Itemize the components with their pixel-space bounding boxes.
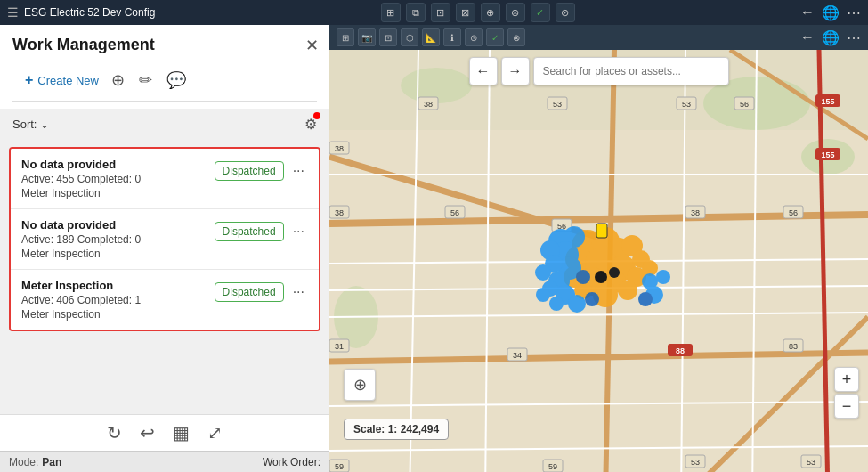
svg-point-87 bbox=[576, 270, 590, 284]
svg-point-91 bbox=[585, 292, 599, 306]
close-button[interactable]: ✕ bbox=[305, 36, 319, 55]
left-panel: Work Management ✕ + Create New ⊕ ✏ 💬 Sor… bbox=[0, 25, 329, 472]
map-tool-3[interactable]: ⊡ bbox=[431, 3, 450, 22]
map-circle-icon[interactable]: ⊙ bbox=[465, 28, 483, 46]
map-more-icon[interactable]: ⋯ bbox=[847, 29, 861, 46]
map-select-icon[interactable]: ⊡ bbox=[379, 28, 397, 46]
svg-point-78 bbox=[618, 281, 637, 300]
work-item-subtitle: Active: 406 Completed: 1 bbox=[21, 294, 207, 306]
filter-icon[interactable]: ⚙ bbox=[304, 116, 317, 133]
plus-icon: + bbox=[25, 72, 33, 88]
map-camera-icon[interactable]: 📷 bbox=[358, 28, 376, 46]
location-button[interactable]: ⊕ bbox=[344, 369, 376, 401]
sort-text: Sort: bbox=[12, 118, 37, 131]
work-item-actions: Dispatched ··· bbox=[215, 282, 308, 302]
map-back-icon[interactable]: ← bbox=[800, 29, 815, 45]
svg-text:38: 38 bbox=[424, 100, 433, 109]
calendar-icon[interactable]: ▦ bbox=[173, 422, 190, 444]
map-info-icon[interactable]: ℹ bbox=[443, 28, 461, 46]
more-options-button[interactable]: ··· bbox=[289, 161, 308, 181]
work-item[interactable]: Meter Inspection Active: 406 Completed: … bbox=[11, 270, 319, 330]
panel-header: Work Management ✕ + Create New ⊕ ✏ 💬 bbox=[0, 25, 329, 109]
main-content: Work Management ✕ + Create New ⊕ ✏ 💬 Sor… bbox=[0, 25, 868, 472]
svg-text:56: 56 bbox=[789, 208, 798, 217]
svg-text:83: 83 bbox=[789, 342, 798, 351]
app-title: ESG Electric 52 Dev Config bbox=[24, 6, 155, 19]
svg-text:53: 53 bbox=[691, 458, 700, 467]
create-new-label: Create New bbox=[37, 74, 99, 87]
map-tool-1[interactable]: ⊞ bbox=[381, 3, 401, 22]
zoom-in-button[interactable]: + bbox=[834, 367, 859, 392]
more-options-button[interactable]: ··· bbox=[289, 222, 308, 241]
work-order-label: Work Order: bbox=[263, 456, 320, 468]
svg-text:155: 155 bbox=[821, 97, 834, 106]
create-new-button[interactable]: + Create New bbox=[25, 72, 99, 88]
work-item[interactable]: No data provided Active: 189 Completed: … bbox=[11, 209, 319, 270]
dispatched-badge[interactable]: Dispatched bbox=[215, 222, 284, 241]
undo-icon[interactable]: ↩ bbox=[140, 422, 155, 444]
svg-point-86 bbox=[535, 264, 551, 281]
chevron-down-icon: ⌄ bbox=[40, 118, 49, 131]
edit-icon[interactable]: ✏ bbox=[137, 69, 154, 92]
work-item-type: Meter Inspection bbox=[21, 248, 207, 260]
panel-title: Work Management bbox=[12, 36, 317, 54]
map-search-bar: ← → bbox=[469, 57, 729, 85]
svg-text:53: 53 bbox=[682, 100, 691, 109]
zoom-out-button[interactable]: − bbox=[834, 394, 859, 419]
map-toolbar-left: ⊞ 📷 ⊡ ⬡ 📐 ℹ ⊙ ✓ ⊗ bbox=[337, 28, 525, 46]
map-poly-icon[interactable]: ⬡ bbox=[401, 28, 418, 46]
svg-text:88: 88 bbox=[676, 346, 685, 355]
svg-text:38: 38 bbox=[335, 208, 344, 217]
work-item-type: Meter Inspection bbox=[21, 308, 207, 321]
filter-badge bbox=[313, 112, 320, 119]
map-tool-6[interactable]: ⊛ bbox=[506, 3, 525, 22]
map-tool-8[interactable]: ⊘ bbox=[556, 3, 575, 22]
map-tool-4[interactable]: ⊠ bbox=[456, 3, 475, 22]
network-icon[interactable]: ⤢ bbox=[207, 422, 223, 444]
back-arrow-icon[interactable]: ← bbox=[800, 4, 815, 20]
work-item-actions: Dispatched ··· bbox=[215, 222, 308, 241]
map-svg: 155 155 38 38 38 53 53 56 56 56 38 56 bbox=[329, 50, 868, 472]
svg-point-99 bbox=[609, 267, 620, 278]
selected-work-group: No data provided Active: 455 Completed: … bbox=[9, 147, 320, 331]
map-forward-button[interactable]: → bbox=[501, 57, 530, 85]
map-search-input[interactable] bbox=[533, 57, 729, 85]
hamburger-icon[interactable]: ☰ bbox=[7, 5, 19, 20]
map-tool-5[interactable]: ⊕ bbox=[481, 3, 500, 22]
move-icon[interactable]: ⊕ bbox=[110, 69, 126, 92]
sort-label[interactable]: Sort: ⌄ bbox=[12, 118, 49, 131]
svg-text:56: 56 bbox=[740, 100, 749, 109]
refresh-icon[interactable]: ↻ bbox=[107, 422, 122, 444]
svg-text:59: 59 bbox=[335, 462, 344, 471]
map-check-icon[interactable]: ✓ bbox=[486, 28, 504, 46]
bottom-toolbar: ↻ ↩ ▦ ⤢ bbox=[0, 414, 329, 451]
map-tool-7[interactable]: ✓ bbox=[531, 3, 550, 22]
work-item[interactable]: No data provided Active: 455 Completed: … bbox=[11, 149, 319, 209]
dispatched-badge[interactable]: Dispatched bbox=[215, 161, 284, 181]
map-cancel-icon[interactable]: ⊗ bbox=[507, 28, 525, 46]
dispatched-badge[interactable]: Dispatched bbox=[215, 282, 284, 302]
map-globe-icon[interactable]: 🌐 bbox=[822, 29, 840, 46]
toolbar: + Create New ⊕ ✏ 💬 bbox=[12, 63, 317, 102]
svg-text:38: 38 bbox=[691, 208, 700, 217]
map-area[interactable]: ⊞ 📷 ⊡ ⬡ 📐 ℹ ⊙ ✓ ⊗ ← 🌐 ⋯ bbox=[329, 25, 868, 472]
work-item-title: No data provided bbox=[21, 218, 207, 232]
work-item-title: No data provided bbox=[21, 158, 207, 171]
svg-point-95 bbox=[656, 270, 670, 284]
map-tool-2[interactable]: ⧉ bbox=[406, 3, 426, 22]
svg-text:31: 31 bbox=[335, 342, 344, 351]
map-grid-icon[interactable]: ⊞ bbox=[337, 28, 354, 46]
work-item-actions: Dispatched ··· bbox=[215, 161, 308, 181]
comment-icon[interactable]: 💬 bbox=[165, 69, 188, 92]
map-toolbar-right: ← 🌐 ⋯ bbox=[800, 29, 861, 46]
map-back-button[interactable]: ← bbox=[469, 57, 498, 85]
map-measure-icon[interactable]: 📐 bbox=[422, 28, 440, 46]
work-item-title: Meter Inspection bbox=[21, 279, 207, 292]
work-items-list: No data provided Active: 455 Completed: … bbox=[0, 140, 329, 414]
work-item-info: Meter Inspection Active: 406 Completed: … bbox=[21, 279, 207, 321]
globe-icon[interactable]: 🌐 bbox=[822, 4, 840, 21]
map-tool-icons: ⊞ ⧉ ⊡ ⊠ ⊕ ⊛ ✓ ⊘ bbox=[381, 3, 575, 22]
work-item-info: No data provided Active: 189 Completed: … bbox=[21, 218, 207, 260]
more-options-button[interactable]: ··· bbox=[289, 282, 308, 302]
more-icon[interactable]: ⋯ bbox=[847, 4, 861, 21]
